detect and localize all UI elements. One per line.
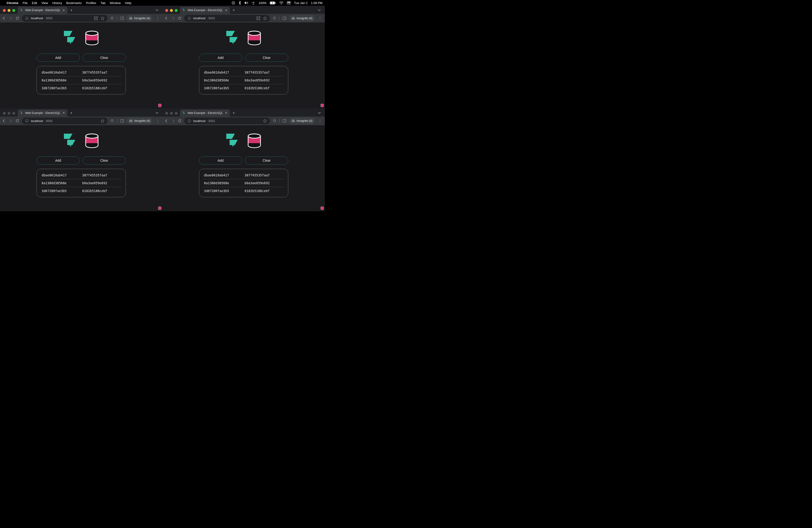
incognito-badge[interactable]: Incognito (4) xyxy=(127,15,153,21)
side-panel-icon[interactable] xyxy=(282,16,287,20)
add-button[interactable]: Add xyxy=(37,157,80,164)
browser-tab[interactable]: Web Example - ElectricSQL✕ xyxy=(17,109,68,117)
chrome-menu-icon[interactable]: ⋮ xyxy=(155,16,160,20)
extensions-icon[interactable] xyxy=(110,119,114,123)
incognito-badge[interactable]: Incognito (4) xyxy=(289,15,315,21)
forward-icon[interactable] xyxy=(9,16,13,20)
add-button[interactable]: Add xyxy=(199,54,242,62)
fullscreen-window-icon[interactable] xyxy=(175,9,178,12)
menu-tab[interactable]: Tab xyxy=(100,1,105,5)
address-bar[interactable]: localhost:3002 xyxy=(22,15,107,21)
chrome-menu-icon[interactable]: ⋮ xyxy=(317,16,323,20)
close-window-icon[interactable] xyxy=(165,9,168,12)
back-icon[interactable] xyxy=(2,119,6,123)
clear-button[interactable]: Clear xyxy=(83,157,126,164)
menubar-date[interactable]: Tue Jan 2 xyxy=(294,1,307,5)
site-info-icon[interactable] xyxy=(25,119,29,123)
add-button[interactable]: Add xyxy=(37,54,80,62)
playback-icon[interactable] xyxy=(232,1,235,5)
clear-button[interactable]: Clear xyxy=(245,157,288,164)
add-button[interactable]: Add xyxy=(199,157,242,164)
site-info-icon[interactable] xyxy=(187,119,191,123)
side-panel-icon[interactable] xyxy=(120,16,124,20)
control-center-icon[interactable] xyxy=(287,1,291,4)
incognito-badge[interactable]: Incognito (4) xyxy=(127,118,153,124)
site-info-icon[interactable] xyxy=(25,16,29,20)
bookmark-star-icon[interactable] xyxy=(263,16,267,20)
devtools-db-icon[interactable] xyxy=(158,104,161,107)
close-tab-icon[interactable]: ✕ xyxy=(225,9,228,12)
back-icon[interactable] xyxy=(164,119,169,123)
close-tab-icon[interactable]: ✕ xyxy=(225,111,228,115)
reload-icon[interactable] xyxy=(15,119,19,123)
menubar-time[interactable]: 1:08 PM xyxy=(311,1,322,5)
minimize-window-icon[interactable] xyxy=(170,9,173,12)
browser-tab[interactable]: Web Example - ElectricSQL✕ xyxy=(17,6,68,14)
bookmark-star-icon[interactable] xyxy=(100,16,105,20)
address-bar[interactable]: localhost:3002 xyxy=(184,15,270,21)
tab-overflow-button[interactable] xyxy=(316,110,322,116)
extensions-icon[interactable] xyxy=(272,16,277,20)
forward-icon[interactable] xyxy=(171,119,175,123)
battery-icon[interactable] xyxy=(270,1,276,4)
forward-icon[interactable] xyxy=(171,16,175,20)
forward-icon[interactable] xyxy=(9,119,13,123)
minimize-window-icon[interactable] xyxy=(170,112,173,115)
extensions-icon[interactable] xyxy=(110,16,114,20)
devtools-db-icon[interactable] xyxy=(320,207,324,210)
qr-icon[interactable] xyxy=(94,16,98,20)
side-panel-icon[interactable] xyxy=(120,119,124,123)
devtools-db-icon[interactable] xyxy=(320,104,324,107)
new-tab-button[interactable]: + xyxy=(231,7,237,13)
menu-profiles[interactable]: Profiles xyxy=(86,1,96,5)
close-tab-icon[interactable]: ✕ xyxy=(62,9,65,12)
new-tab-button[interactable]: + xyxy=(231,110,237,116)
close-tab-icon[interactable]: ✕ xyxy=(62,111,65,115)
menu-edit[interactable]: Edit xyxy=(32,1,37,5)
address-bar[interactable]: localhost:3002 xyxy=(22,118,107,124)
wifi-icon[interactable] xyxy=(279,1,284,4)
fullscreen-window-icon[interactable] xyxy=(12,9,15,12)
reload-icon[interactable] xyxy=(15,16,19,20)
back-icon[interactable] xyxy=(164,16,169,20)
tab-overflow-button[interactable] xyxy=(316,7,322,13)
bookmark-star-icon[interactable] xyxy=(100,119,105,123)
bookmark-star-icon[interactable] xyxy=(263,119,267,123)
qr-icon[interactable] xyxy=(256,16,260,20)
browser-tab[interactable]: Web Example - ElectricSQL✕ xyxy=(180,6,230,14)
incognito-badge[interactable]: Incognito (4) xyxy=(289,118,315,124)
chrome-menu-icon[interactable]: ⋮ xyxy=(317,119,323,123)
menu-view[interactable]: View xyxy=(41,1,48,5)
tab-overflow-button[interactable] xyxy=(154,110,160,116)
menu-history[interactable]: History xyxy=(52,1,62,5)
bluetooth-icon[interactable] xyxy=(238,1,241,5)
address-bar[interactable]: localhost:3002 xyxy=(184,118,270,124)
reload-icon[interactable] xyxy=(178,119,182,123)
menu-help[interactable]: Help xyxy=(125,1,132,5)
new-tab-button[interactable]: + xyxy=(68,110,75,116)
close-window-icon[interactable] xyxy=(3,9,6,12)
volume-icon[interactable] xyxy=(244,1,248,4)
fullscreen-window-icon[interactable] xyxy=(175,112,178,115)
new-tab-button[interactable]: + xyxy=(68,7,75,13)
site-info-icon[interactable] xyxy=(187,16,191,20)
chrome-menu-icon[interactable]: ⋮ xyxy=(155,119,160,123)
devtools-db-icon[interactable] xyxy=(158,207,161,210)
browser-tab[interactable]: Web Example - ElectricSQL✕ xyxy=(180,109,230,117)
fullscreen-window-icon[interactable] xyxy=(12,112,15,115)
menu-bookmarks[interactable]: Bookmarks xyxy=(66,1,82,5)
back-icon[interactable] xyxy=(2,16,6,20)
minimize-window-icon[interactable] xyxy=(8,9,11,12)
minimize-window-icon[interactable] xyxy=(8,112,11,115)
display-icon[interactable] xyxy=(251,1,255,4)
side-panel-icon[interactable] xyxy=(282,119,287,123)
extensions-icon[interactable] xyxy=(272,119,277,123)
menu-file[interactable]: File xyxy=(23,1,28,5)
clear-button[interactable]: Clear xyxy=(83,54,126,62)
tab-overflow-button[interactable] xyxy=(154,7,160,13)
reload-icon[interactable] xyxy=(178,16,182,20)
clear-button[interactable]: Clear xyxy=(245,54,288,62)
menu-window[interactable]: Window xyxy=(110,1,121,5)
close-window-icon[interactable] xyxy=(165,112,168,115)
close-window-icon[interactable] xyxy=(3,112,6,115)
